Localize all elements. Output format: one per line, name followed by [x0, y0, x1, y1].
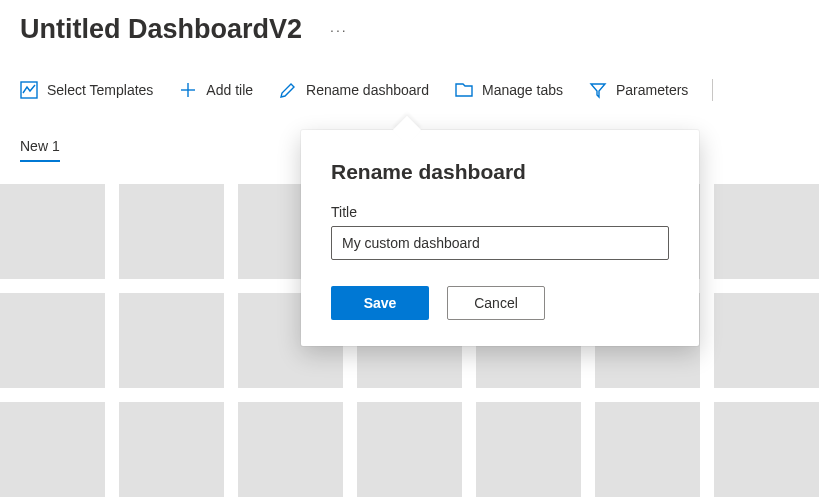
save-button[interactable]: Save [331, 286, 429, 320]
toolbar-item-label: Select Templates [47, 82, 153, 98]
chart-icon [20, 81, 38, 99]
select-templates-button[interactable]: Select Templates [20, 81, 153, 99]
dashboard-header: Untitled DashboardV2 ··· [0, 0, 820, 45]
grid-tile[interactable] [714, 402, 819, 497]
grid-tile[interactable] [0, 184, 105, 279]
grid-tile[interactable] [714, 293, 819, 388]
grid-tile[interactable] [0, 402, 105, 497]
cancel-button[interactable]: Cancel [447, 286, 545, 320]
toolbar-item-label: Parameters [616, 82, 688, 98]
dashboard-toolbar: Select Templates Add tile Rename dashboa… [0, 45, 820, 101]
toolbar-item-label: Add tile [206, 82, 253, 98]
title-input[interactable] [331, 226, 669, 260]
dialog-actions: Save Cancel [331, 286, 669, 320]
grid-tile[interactable] [119, 293, 224, 388]
pencil-icon [279, 81, 297, 99]
grid-tile[interactable] [476, 402, 581, 497]
grid-tile[interactable] [595, 402, 700, 497]
toolbar-separator [712, 79, 713, 101]
rename-dashboard-dialog: Rename dashboard Title Save Cancel [301, 130, 699, 346]
tab-new-1[interactable]: New 1 [20, 138, 60, 162]
grid-tile[interactable] [119, 402, 224, 497]
grid-tile[interactable] [119, 184, 224, 279]
parameters-button[interactable]: Parameters [589, 81, 688, 99]
grid-tile[interactable] [0, 293, 105, 388]
grid-tile[interactable] [714, 184, 819, 279]
filter-icon [589, 81, 607, 99]
more-options-button[interactable]: ··· [330, 22, 348, 38]
dialog-title: Rename dashboard [331, 160, 669, 184]
title-field-label: Title [331, 204, 669, 220]
rename-dashboard-button[interactable]: Rename dashboard [279, 81, 429, 99]
tabs-icon [455, 81, 473, 99]
toolbar-item-label: Manage tabs [482, 82, 563, 98]
grid-tile[interactable] [238, 402, 343, 497]
plus-icon [179, 81, 197, 99]
page-title: Untitled DashboardV2 [20, 14, 302, 45]
grid-tile[interactable] [357, 402, 462, 497]
manage-tabs-button[interactable]: Manage tabs [455, 81, 563, 99]
toolbar-item-label: Rename dashboard [306, 82, 429, 98]
add-tile-button[interactable]: Add tile [179, 81, 253, 99]
